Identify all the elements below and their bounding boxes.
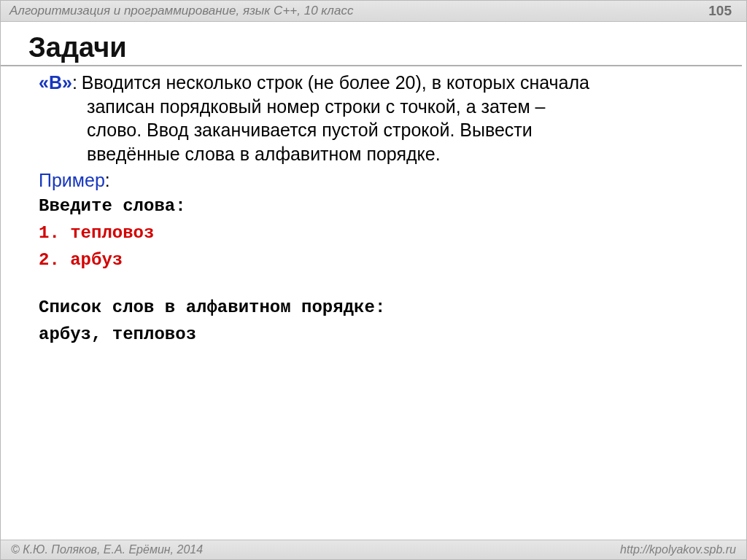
example-colon: : [105,170,110,190]
course-title: Алгоритмизация и программирование, язык … [9,4,353,18]
header-bar: Алгоритмизация и программирование, язык … [1,1,746,22]
example-input-1: 1. тепловоз [39,219,719,246]
footer-copyright: © К.Ю. Поляков, Е.А. Ерёмин, 2014 [11,543,203,556]
blank-line [39,273,719,294]
footer-url: http://kpolyakov.spb.ru [620,543,736,556]
example-result-label: Список слов в алфавитном порядке: [39,294,719,321]
task-line-1: Вводится несколько строк (не более 20), … [82,71,719,95]
task-label: «B» [39,71,72,95]
example-prompt: Введите слова: [39,192,719,219]
task-colon: : [72,71,77,95]
footer-bar: © К.Ю. Поляков, Е.А. Ерёмин, 2014 http:/… [1,540,746,559]
task-line-3: слово. Ввод заканчивается пустой строкой… [39,118,719,142]
example-result: арбуз, тепловоз [39,321,719,348]
slide: Алгоритмизация и программирование, язык … [0,0,747,560]
task-line-2: записан порядковый номер строки с точкой… [39,95,719,119]
page-number: 105 [708,3,732,19]
example-input-2: 2. арбуз [39,246,719,273]
slide-content: «B»: Вводится несколько строк (не более … [1,68,746,348]
task-line-4: введённые слова в алфавитном порядке. [39,142,719,166]
example-label: Пример [39,170,105,190]
task-first-line: «B»: Вводится несколько строк (не более … [39,71,719,95]
slide-title: Задачи [1,22,742,66]
example-label-row: Пример: [39,168,719,192]
